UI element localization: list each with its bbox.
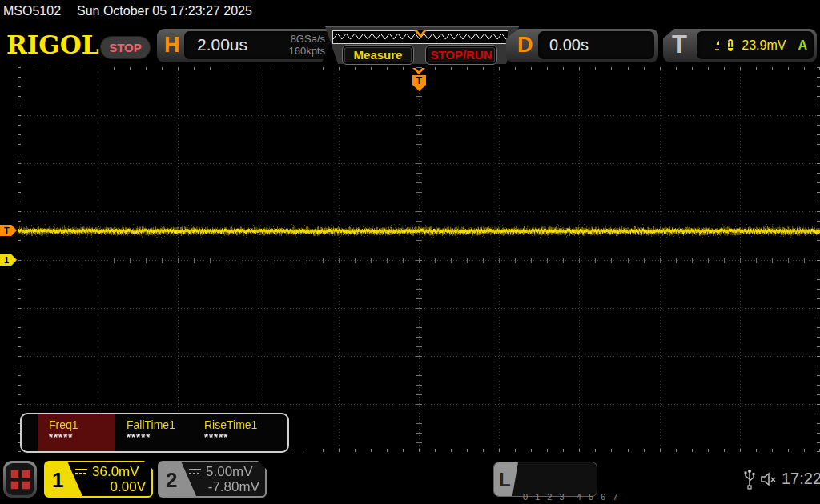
channel2-values: 5.00mV -7.80mV [188,464,259,495]
channel1-position-marker[interactable]: 1 [0,254,17,266]
trigger-sweep-mode: A [798,38,807,53]
channel1-offset: 0.00V [74,479,146,495]
dc-coupling-icon [74,468,88,476]
logic-channel-numbers: 0 1 2 3 4 5 6 7 8 9 1011 12131415 [523,467,620,504]
clock-text: 17:22 [782,470,820,488]
waveform-overview-strip[interactable] [332,30,508,44]
measurement-falltime1[interactable]: FallTime1 ***** [115,414,193,451]
measure-button[interactable]: Measure [342,45,414,65]
windows-icon-grid [10,470,30,490]
rigol-logo: RIGOL [6,30,99,59]
delay-label: D [517,33,533,58]
channel1-box[interactable]: 1 36.0mV 0.00V [44,461,153,498]
windows-menu-button[interactable] [3,461,37,498]
trigger-label: T [672,30,687,59]
channel2-number: 2 [166,468,177,493]
channel2-box[interactable]: 2 5.00mV -7.80mV [158,461,267,498]
usb-icon [743,468,756,490]
channel2-scale: 5.00mV [206,464,253,480]
horizontal-label: H [164,33,180,58]
horizontal-settings-box[interactable]: H 2.00us 8GSa/s 160kpts [157,29,335,62]
measurement-spacer [22,414,38,451]
acquisition-state-badge: STOP [100,36,151,59]
windows-icon [6,463,34,495]
measurement-panel[interactable]: Freq1 ***** FallTime1 ***** RiseTime1 **… [20,413,289,453]
measurement-value: ***** [49,431,115,443]
delay-inner: 0.00s [538,31,654,59]
measurement-value: ***** [204,431,271,443]
trigger-level-marker[interactable]: T [0,225,17,236]
channel2-offset: -7.80mV [188,479,259,495]
memory-depth: 160kpts [288,45,325,57]
trigger-inner: 1 23.9mV A [697,31,814,59]
top-status-bar: MSO5102 Sun October 05 17:23:27 2025 [0,0,820,24]
dc-coupling-icon [188,468,202,476]
trigger-position-triangle-hole [416,68,422,71]
measurement-name: RiseTime1 [204,418,271,431]
logic-channels-box[interactable]: L 0 1 2 3 4 5 6 7 8 9 1011 12131415 [493,462,597,497]
measurement-name: Freq1 [49,418,115,431]
oscilloscope-screen: MSO5102 Sun October 05 17:23:27 2025 RIG… [0,0,820,504]
trigger-slope-icon [714,39,719,51]
measurement-value: ***** [127,431,193,443]
channel1-values: 36.0mV 0.00V [74,464,146,495]
measurement-freq1[interactable]: Freq1 ***** [38,414,115,451]
logic-label: L [499,469,511,491]
trigger-level-value: 23.9mV [742,38,786,53]
graticule-canvas [18,67,820,452]
timebase-value: 2.00us [197,35,247,54]
sample-rate-block: 8GSa/s 160kpts [288,33,325,57]
channel1-scale: 36.0mV [92,464,139,480]
sample-rate: 8GSa/s [288,33,325,45]
delay-value: 0.00s [549,36,589,54]
horizontal-inner: 2.00us 8GSa/s 160kpts [184,31,331,59]
measurement-name: FallTime1 [127,418,193,431]
model-name: MSO5102 [3,4,61,18]
channel1-number: 1 [52,468,63,493]
logic-row1: 0 1 2 3 4 5 6 7 [523,491,620,503]
delay-settings-box[interactable]: D 0.00s [506,29,658,62]
stop-run-button[interactable]: STOP/RUN [425,45,497,65]
speaker-muted-icon [759,471,780,487]
measurement-risetime1[interactable]: RiseTime1 ***** [193,414,271,451]
trigger-source-badge: 1 [728,39,734,51]
trigger-settings-box[interactable]: T 1 23.9mV A [663,29,817,62]
datetime-text: Sun October 05 17:23:27 2025 [77,4,252,18]
overview-trigger-marker-hole [417,30,424,34]
